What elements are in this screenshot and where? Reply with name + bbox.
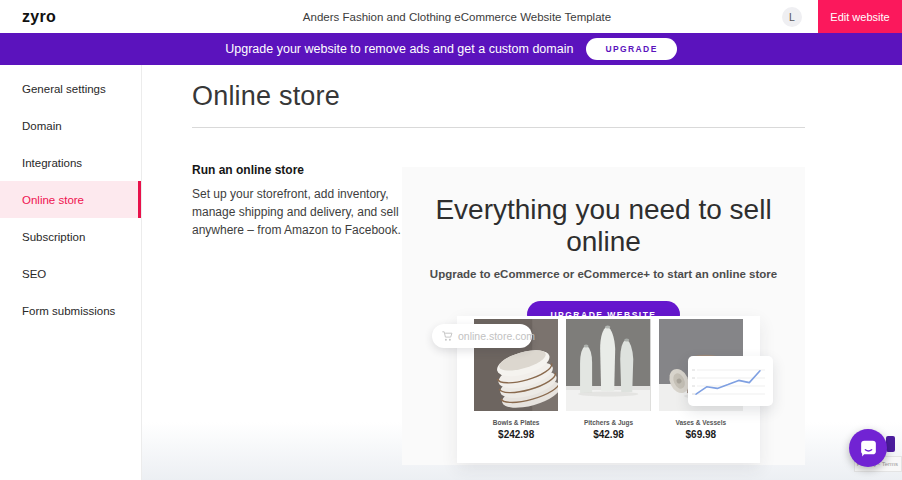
product-name: Vases & Vessels bbox=[659, 419, 743, 426]
sidebar-item-form-submissions[interactable]: Form submissions bbox=[0, 292, 141, 329]
product-name: Pitchers & Jugs bbox=[566, 419, 650, 426]
mini-line-chart-line bbox=[696, 371, 760, 394]
topbar: zyro Anders Fashion and Clothing eCommer… bbox=[0, 0, 902, 33]
chat-side-tab bbox=[886, 436, 895, 452]
zyro-logo[interactable]: zyro bbox=[22, 8, 142, 26]
upgrade-banner-text: Upgrade your website to remove ads and g… bbox=[225, 42, 573, 56]
upgrade-banner: Upgrade your website to remove ads and g… bbox=[0, 33, 902, 65]
site-template-title: Anders Fashion and Clothing eCommerce We… bbox=[142, 11, 772, 23]
product-price: $242.98 bbox=[474, 429, 558, 440]
title-divider bbox=[192, 127, 805, 128]
edit-website-button[interactable]: Edit website bbox=[818, 0, 902, 33]
sidebar-item-integrations[interactable]: Integrations bbox=[0, 144, 141, 181]
chat-button[interactable] bbox=[849, 429, 887, 467]
section-description: Set up your storefront, add inventory, m… bbox=[192, 186, 417, 239]
product-price: $42.98 bbox=[566, 429, 650, 440]
settings-sidebar: General settings Domain Integrations Onl… bbox=[0, 65, 142, 480]
main-content: Online store Run an online store Set up … bbox=[142, 65, 902, 480]
product-name: Bowls & Plates bbox=[474, 419, 558, 426]
online-store-description-block: Run an online store Set up your storefro… bbox=[192, 163, 417, 239]
page-title: Online store bbox=[192, 81, 340, 112]
sales-chart-card bbox=[688, 356, 773, 406]
store-url-text: online.store.com bbox=[458, 330, 535, 342]
sidebar-item-subscription[interactable]: Subscription bbox=[0, 218, 141, 255]
account-avatar[interactable]: L bbox=[782, 7, 802, 27]
ecommerce-upsell-card: Everything you need to sell online Upgra… bbox=[402, 167, 805, 465]
sidebar-item-online-store[interactable]: Online store bbox=[0, 181, 141, 218]
upsell-title: Everything you need to sell online bbox=[402, 194, 805, 258]
product-price: $69.98 bbox=[659, 429, 743, 440]
shopping-cart-icon bbox=[441, 330, 453, 342]
sidebar-item-domain[interactable]: Domain bbox=[0, 107, 141, 144]
upsell-subtitle: Upgrade to eCommerce or eCommerce+ to st… bbox=[402, 268, 805, 280]
sidebar-item-seo[interactable]: SEO bbox=[0, 255, 141, 292]
mini-line-chart bbox=[688, 356, 773, 406]
chat-bubble-icon bbox=[858, 438, 879, 459]
product-image-pitchers bbox=[566, 319, 650, 411]
store-url-pill: online.store.com bbox=[432, 324, 532, 348]
upgrade-banner-button[interactable]: UPGRADE bbox=[586, 38, 676, 60]
product-pitchers: Pitchers & Jugs $42.98 bbox=[566, 319, 650, 463]
section-heading: Run an online store bbox=[192, 163, 417, 177]
app-window: zyro Anders Fashion and Clothing eCommer… bbox=[0, 0, 902, 480]
sidebar-item-general-settings[interactable]: General settings bbox=[0, 70, 141, 107]
